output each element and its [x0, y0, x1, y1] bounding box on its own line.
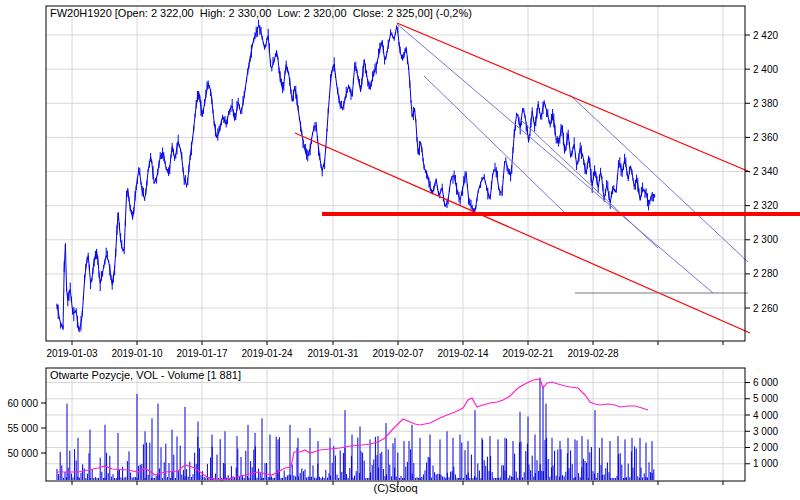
- date-axis-label: 2019-01-10: [111, 348, 163, 359]
- panel-frames: [46, 6, 745, 481]
- date-axis-label: 2019-02-14: [437, 348, 489, 359]
- price-axis-label: 2 320: [753, 200, 778, 211]
- price-axis-label: 2 420: [753, 30, 778, 41]
- date-axis-label: 2019-01-03: [46, 348, 98, 359]
- price-axis-label: 2 380: [753, 98, 778, 109]
- chart-title: FW20H1920 [Open: 2 322,00 High: 2 330,00…: [50, 7, 472, 19]
- gridlines: [47, 7, 744, 480]
- stooq-chart-window: 2 4202 4002 3802 3602 3402 3202 3002 280…: [0, 0, 800, 500]
- date-axis-label: 2019-02-28: [567, 348, 619, 359]
- copyright-label: (C)Stooq: [46, 482, 745, 494]
- volume-bars: [57, 378, 654, 480]
- volume-axis-label: 5 000: [753, 393, 778, 404]
- chart-canvas: 2 4202 4002 3802 3602 3402 3202 3002 280…: [0, 0, 800, 500]
- price-axis-label: 2 360: [753, 132, 778, 143]
- open-interest-axis-label: 60 000: [7, 398, 38, 409]
- volume-axis-label: 3 000: [753, 426, 778, 437]
- price-axis-label: 2 400: [753, 64, 778, 75]
- date-axis-label: 2019-02-21: [502, 348, 554, 359]
- date-axis-label: 2019-02-07: [372, 348, 424, 359]
- volume-axis-label: 2 000: [753, 442, 778, 453]
- price-axis-label: 2 260: [753, 303, 778, 314]
- axes: 2 4202 4002 3802 3602 3402 3202 3002 280…: [7, 30, 778, 486]
- date-axis-label: 2019-01-24: [241, 348, 293, 359]
- price-axis-label: 2 280: [753, 268, 778, 279]
- volume-axis-label: 1 000: [753, 458, 778, 469]
- date-axis-label: 2019-01-17: [176, 348, 228, 359]
- price-axis-label: 2 340: [753, 166, 778, 177]
- date-axis-label: 2019-01-31: [307, 348, 359, 359]
- price-axis-label: 2 300: [753, 234, 778, 245]
- price-series: [57, 20, 655, 333]
- open-interest-axis-label: 55 000: [7, 423, 38, 434]
- open-interest-axis-label: 50 000: [7, 448, 38, 459]
- main-panel-frame: [46, 6, 745, 341]
- volume-panel-title: Otwarte Pozycje, VOL - Volume [1 881]: [50, 369, 241, 381]
- volume-axis-label: 6 000: [753, 377, 778, 388]
- volume-axis-label: 4 000: [753, 410, 778, 421]
